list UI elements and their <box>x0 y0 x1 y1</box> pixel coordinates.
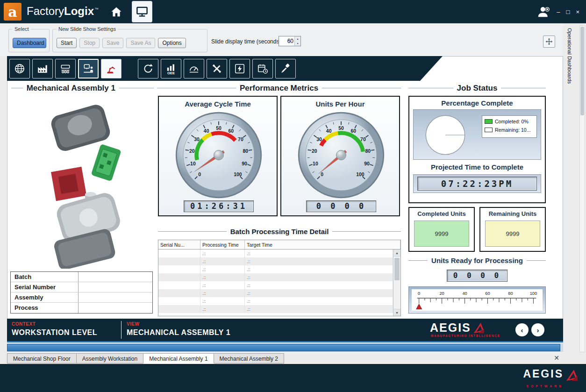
performance-metrics-title: Performance Metrics <box>240 84 318 93</box>
tab-close-button[interactable]: ✕ <box>554 354 559 362</box>
minimize-button[interactable]: – <box>557 8 560 15</box>
app-logo-letter: a <box>8 4 17 20</box>
stop-button[interactable]: Stop <box>79 38 100 48</box>
table-row[interactable]: .::.:: <box>158 273 393 281</box>
assembly-line-view-button[interactable] <box>55 59 76 78</box>
robot-arm-view-button[interactable] <box>101 59 121 78</box>
divider <box>157 88 236 89</box>
completed-units-panel: Completed Units 9999 <box>408 207 475 252</box>
scroll-up-arrow[interactable]: ▲ <box>393 249 400 257</box>
job-status-title: Job Status <box>457 84 498 93</box>
performance-gauge-button[interactable] <box>184 59 204 78</box>
batch-processing-table: Serial Nu... Processing Time Target Time… <box>158 240 401 316</box>
spin-down-button[interactable]: ▼ <box>295 41 300 46</box>
percentage-complete-title: Percentage Complete <box>409 99 545 107</box>
completed-swatch <box>485 119 493 124</box>
dock-move-button[interactable] <box>543 36 555 48</box>
close-button[interactable]: × <box>576 8 579 15</box>
scroll-down-arrow[interactable]: ▼ <box>393 309 400 316</box>
previous-slide-button[interactable]: ‹ <box>515 323 529 336</box>
oee-metric-button[interactable]: OEE <box>161 59 181 78</box>
slide-time-input[interactable] <box>279 36 294 46</box>
projected-time-title: Projected Time to Complete <box>409 163 545 171</box>
tab-mechanical-assembly-1[interactable]: Mechanical Assembly 1 <box>143 353 214 363</box>
home-button[interactable] <box>109 4 128 21</box>
workstation-icon <box>82 63 94 75</box>
schedule-calendar-icon <box>257 63 269 75</box>
vertical-scrollbar-thumb[interactable] <box>580 27 584 115</box>
table-row[interactable]: .::.:: <box>158 257 393 265</box>
slideshow-group-label: New Slide Show Settings <box>57 26 118 32</box>
table-cell: .:: <box>200 257 245 265</box>
horizontal-scrollbar-thumb[interactable] <box>7 344 560 351</box>
context-label: CONTEXT <box>12 321 36 327</box>
table-row[interactable]: .::.:: <box>158 305 393 313</box>
power-metric-button[interactable] <box>229 59 250 78</box>
select-group: Select Dashboard <box>8 29 50 52</box>
aegis-logo: AEGIS <box>430 322 485 334</box>
options-button[interactable]: Options <box>158 38 186 48</box>
dashboard-button[interactable]: Dashboard <box>13 38 46 48</box>
vertical-scrollbar[interactable] <box>579 25 585 352</box>
window-controls: – □ × <box>536 0 579 23</box>
titlebar: a FactoryLogix™ – □ × <box>0 0 586 23</box>
table-row[interactable]: .::.:: <box>158 297 393 305</box>
units-ready-digital-display: 0 0 0 0 <box>447 270 507 282</box>
table-row[interactable]: .::.:: <box>158 289 393 297</box>
tab-mechanical-shop-floor[interactable]: Mechanical Shop Floor <box>7 353 77 363</box>
spin-up-button[interactable]: ▲ <box>295 36 300 41</box>
app-title: FactoryLogix™ <box>27 5 99 18</box>
aegis-tagline: MANUFACTURING INTELLIGENCE <box>431 334 500 337</box>
operational-dashboards-tab[interactable]: Operational Dashboards <box>567 28 572 84</box>
maximize-button[interactable]: □ <box>566 8 570 15</box>
slide-time-label: Slide display time (seconds): <box>211 38 283 45</box>
units-ready-title: Units Ready for Processing <box>431 257 523 264</box>
footer-aegis-logo: AEGIS <box>523 369 579 382</box>
cycle-time-metric-button[interactable] <box>138 59 158 78</box>
table-row[interactable]: .::.:: <box>158 249 393 257</box>
screwdriver-icon <box>279 63 292 75</box>
svg-text:80: 80 <box>243 149 248 154</box>
workstation-view-button[interactable] <box>78 59 99 78</box>
footer-brand-name: AEGIS <box>523 369 564 379</box>
save-as-button[interactable]: Save As <box>126 38 155 48</box>
table-cell: .:: <box>200 297 245 305</box>
table-cell: .:: <box>245 249 393 257</box>
projected-time-digital-display: 07:22:23PM <box>417 177 537 191</box>
horizontal-scrollbar[interactable] <box>7 343 563 352</box>
svg-text:90: 90 <box>242 161 247 166</box>
table-row: Batch <box>11 272 152 282</box>
column-header-processing-time[interactable]: Processing Time <box>200 240 245 249</box>
table-scrollbar[interactable]: ▲ ▼ <box>393 249 400 316</box>
legend-item: Remaining: 10... <box>485 127 534 133</box>
svg-text:0: 0 <box>321 172 323 177</box>
table-cell <box>158 265 200 273</box>
dashboard-monitor-button[interactable] <box>132 1 152 22</box>
tab-assembly-workstation[interactable]: Assembly Workstation <box>77 353 143 363</box>
globe-view-button[interactable] <box>9 59 30 78</box>
table-row[interactable]: .::.:: <box>158 281 393 289</box>
app-logo: a <box>4 3 21 21</box>
factory-view-button[interactable] <box>32 59 53 78</box>
divider <box>119 88 154 89</box>
left-section-title: Mechanical Assembly 1 <box>11 84 154 93</box>
maintenance-tools-button[interactable] <box>207 59 227 78</box>
table-cell: .:: <box>245 305 393 313</box>
assembly-exploded-view-image <box>21 95 141 269</box>
divider <box>408 88 453 89</box>
save-button[interactable]: Save <box>102 38 123 48</box>
table-row[interactable]: .::.:: <box>158 265 393 273</box>
column-header-serial[interactable]: Serial Nu... <box>158 240 200 249</box>
scrollbar-thumb[interactable] <box>394 258 400 280</box>
units-ready-title-row: Units Ready for Processing <box>408 257 546 264</box>
side-panel-strip: Operational Dashboards <box>563 23 586 364</box>
user-icon[interactable] <box>536 5 550 19</box>
column-header-target-time[interactable]: Target Time <box>245 240 400 249</box>
next-slide-button[interactable]: › <box>531 323 544 336</box>
start-button[interactable]: Start <box>57 38 77 48</box>
schedule-button[interactable] <box>252 59 273 78</box>
svg-text:100: 100 <box>356 172 364 177</box>
tab-mechanical-assembly-2[interactable]: Mechanical Assembly 2 <box>214 353 284 363</box>
tooling-button[interactable] <box>275 59 296 78</box>
pie-legend: Completed: 0% Remaining: 10... <box>482 115 537 138</box>
